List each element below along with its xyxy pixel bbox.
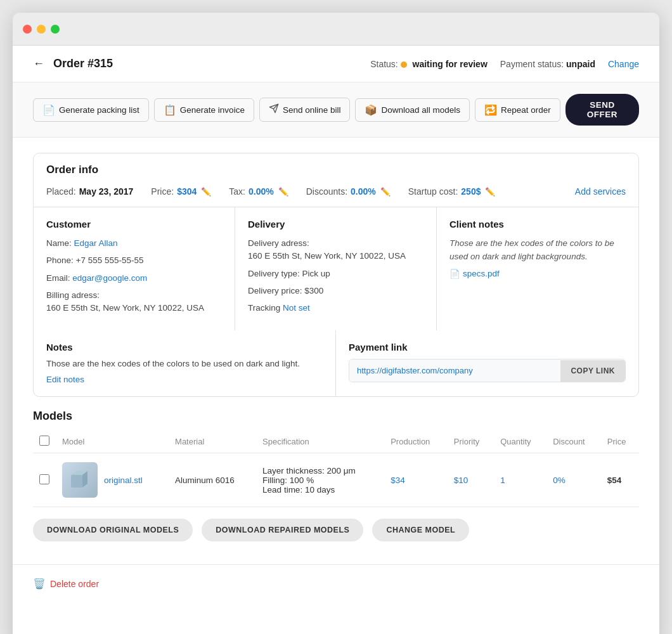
discounts-edit-icon[interactable]: ✏️ [380, 187, 391, 197]
repeat-icon: 🔁 [484, 104, 497, 116]
notes-title: Notes [46, 342, 323, 353]
download-original-models-button[interactable]: DOWNLOAD ORIGINAL MODELS [33, 519, 193, 541]
payment-url: https://digifabster.com/company [349, 359, 560, 382]
specs-link[interactable]: 📄 specs.pdf [449, 269, 626, 279]
price-value[interactable]: $304 [177, 186, 197, 197]
discount-cell: 0% [546, 453, 601, 507]
customer-phone-row: Phone: +7 555 555-55-55 [46, 254, 222, 267]
customer-name[interactable]: Edgar Allan [74, 238, 118, 248]
spec-lead: Lead time: 10 days [262, 485, 378, 495]
main-content: ← Order #315 Status: waiting for review … [13, 46, 659, 634]
send-online-bill-button[interactable]: Send online bill [259, 98, 351, 122]
delivery-cell: Delivery Delivery adress: 160 E 55th St,… [235, 207, 437, 330]
billing-label: Billing adress: [46, 289, 222, 302]
download-icon: 📦 [365, 104, 377, 116]
models-title: Models [33, 410, 639, 423]
generate-packing-list-button[interactable]: 📄 Generate packing list [33, 98, 149, 122]
add-services-link[interactable]: Add services [575, 186, 626, 197]
customer-billing-row: Billing adress: 160 E 55th St, New York,… [46, 289, 222, 315]
content-area: Order info Placed: May 23, 2017 Price: $… [13, 138, 659, 559]
startup-label: Startup cost: [408, 186, 458, 197]
tax-value[interactable]: 0.00% [249, 186, 274, 197]
delivery-address-label: Delivery adress: [248, 237, 423, 250]
tracking-row: Tracking Not set [248, 302, 423, 314]
discount-value[interactable]: 0% [553, 476, 565, 485]
specs-icon: 📄 [449, 269, 460, 279]
delete-order-button[interactable]: 🗑️ Delete order [33, 578, 99, 590]
edit-notes-link[interactable]: Edit notes [46, 375, 84, 384]
material-cell: Aluminum 6016 [169, 453, 256, 507]
header-bar: ← Order #315 Status: waiting for review … [13, 46, 659, 82]
spec-filling: Filling: 100 % [262, 476, 378, 485]
svg-rect-2 [71, 475, 82, 488]
select-all-checkbox[interactable] [39, 436, 49, 446]
repeat-order-button[interactable]: 🔁 Repeat order [475, 98, 560, 122]
client-notes-cell: Client notes Those are the hex codes of … [437, 207, 638, 330]
col-discount: Discount [546, 430, 601, 453]
generate-invoice-label: Generate invoice [180, 105, 245, 115]
payment-link-row: https://digifabster.com/company COPY LIN… [349, 359, 626, 382]
spec-layer: Layer thickness: 200 μm [262, 466, 378, 476]
price-meta: Price: $304 ✏️ [151, 186, 211, 197]
placed-value: May 23, 2017 [79, 186, 134, 197]
minimize-button[interactable] [37, 25, 46, 34]
discounts-value[interactable]: 0.00% [351, 186, 376, 197]
bottom-grid: Notes Those are the hex codes of the col… [34, 330, 638, 396]
back-button[interactable]: ← [33, 57, 44, 70]
startup-edit-icon[interactable]: ✏️ [485, 187, 495, 197]
order-info-title: Order info [34, 153, 638, 181]
model-filename[interactable]: original.stl [104, 476, 143, 485]
col-checkbox [33, 430, 56, 453]
discounts-meta: Discounts: 0.00% ✏️ [306, 186, 391, 197]
maximize-button[interactable] [51, 25, 60, 34]
priority-value[interactable]: $10 [454, 476, 468, 485]
name-label: Name: [46, 238, 72, 248]
customer-email-row: Email: edgar@google.com [46, 272, 222, 285]
back-arrow-icon: ← [33, 57, 44, 70]
row-checkbox[interactable] [39, 474, 49, 484]
specs-filename: specs.pdf [463, 269, 500, 278]
payment-value: unpaid [566, 59, 595, 69]
customer-title: Customer [46, 219, 222, 230]
change-model-button[interactable]: CHANGE MODEL [372, 519, 469, 541]
download-all-models-label: Download all models [381, 105, 460, 115]
production-cell: $34 [384, 453, 448, 507]
quantity-value[interactable]: 1 [500, 476, 505, 485]
delivery-address-value: 160 E 55th St, New York, NY 10022, USA [248, 250, 423, 262]
customer-cell: Customer Name: Edgar Allan Phone: +7 555… [34, 207, 235, 330]
send-offer-button[interactable]: SEND OFFER [565, 94, 639, 126]
delete-label: Delete order [50, 579, 99, 589]
traffic-lights [23, 25, 60, 34]
download-repaired-models-button[interactable]: DOWNLOAD REPAIRED MODELS [202, 519, 363, 541]
tax-edit-icon[interactable]: ✏️ [278, 187, 288, 197]
page-title: Order #315 [53, 57, 370, 70]
email-value[interactable]: edgar@google.com [72, 273, 147, 283]
price-cell: $54 [601, 453, 639, 507]
download-all-models-button[interactable]: 📦 Download all models [355, 98, 470, 122]
delivery-type-row: Delivery type: Pick up [248, 268, 423, 280]
specification-cell: Layer thickness: 200 μm Filling: 100 % L… [256, 453, 384, 507]
payment-status: Payment status: unpaid [500, 59, 595, 69]
col-specification: Specification [256, 430, 384, 453]
client-notes-text: Those are the hex codes of the colors to… [449, 237, 626, 264]
status-prefix: Status: [370, 59, 398, 69]
row-checkbox-cell [33, 453, 56, 507]
trash-icon: 🗑️ [33, 578, 46, 590]
payment-prefix: Payment status: [500, 59, 564, 69]
production-value[interactable]: $34 [391, 476, 405, 485]
close-button[interactable] [23, 25, 32, 34]
delivery-type-value: Pick up [302, 269, 330, 278]
price-edit-icon[interactable]: ✏️ [201, 187, 211, 197]
tracking-value[interactable]: Not set [283, 303, 310, 313]
startup-value[interactable]: 250$ [461, 186, 481, 197]
placed-meta: Placed: May 23, 2017 [46, 186, 133, 197]
repeat-order-label: Repeat order [501, 105, 551, 115]
info-grid: Customer Name: Edgar Allan Phone: +7 555… [34, 207, 638, 330]
change-link[interactable]: Change [608, 59, 639, 69]
notes-cell: Notes Those are the hex codes of the col… [34, 330, 336, 396]
copy-link-button[interactable]: COPY LINK [560, 360, 625, 382]
price-label: Price: [151, 186, 174, 197]
quantity-cell: 1 [494, 453, 546, 507]
phone-value: +7 555 555-55-55 [76, 256, 144, 265]
generate-invoice-button[interactable]: 📋 Generate invoice [154, 98, 254, 122]
